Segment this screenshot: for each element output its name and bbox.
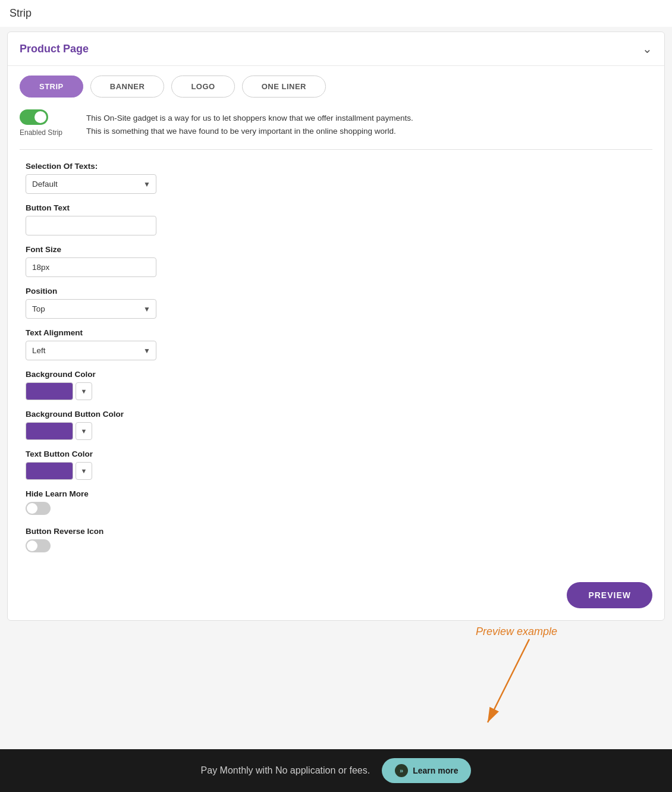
toggle-section: Enabled Strip [20,109,62,137]
font-size-group: Font Size [26,245,646,277]
tab-strip[interactable]: STRIP [20,76,83,98]
button-reverse-icon-group: Button Reverse Icon [26,527,646,555]
selection-of-texts-select[interactable]: Default Custom [26,174,156,194]
font-size-input[interactable] [26,257,156,277]
background-button-color-picker-row: ▼ [26,422,646,440]
text-button-color-swatch[interactable] [26,462,73,480]
text-button-color-picker-row: ▼ [26,462,646,480]
tab-banner[interactable]: BANNER [90,76,165,98]
toggle-desc-row: Enabled Strip This On-Site gadget is a w… [8,98,664,143]
button-text-input[interactable] [26,216,156,235]
selection-of-texts-wrapper: Default Custom ▼ [26,174,156,194]
background-color-picker-row: ▼ [26,382,646,400]
button-reverse-icon-toggle[interactable] [26,539,51,552]
background-color-group: Background Color ▼ [26,370,646,400]
page-title: Strip [0,0,672,27]
card-header: Product Page ⌄ [8,32,664,66]
form-section: Selection Of Texts: Default Custom ▼ But… [8,156,664,576]
page-wrapper: Strip Product Page ⌄ STRIP BANNER LOGO O… [0,0,672,792]
position-select[interactable]: Top Bottom [26,299,156,319]
position-wrapper: Top Bottom ▼ [26,299,156,319]
preview-btn-row: PREVIEW [8,576,664,620]
button-text-group: Button Text [26,203,646,235]
learn-more-label: Learn more [413,766,458,775]
text-alignment-select[interactable]: Left Center Right [26,341,156,360]
button-text-label: Button Text [26,203,646,212]
background-color-swatch[interactable] [26,382,73,400]
background-button-color-group: Background Button Color ▼ [26,410,646,440]
text-button-color-label: Text Button Color [26,450,646,458]
text-button-color-group: Text Button Color ▼ [26,450,646,480]
enabled-strip-label: Enabled Strip [20,128,62,137]
divider [20,149,652,150]
hide-learn-more-toggle[interactable] [26,502,51,515]
selection-of-texts-group: Selection Of Texts: Default Custom ▼ [26,162,646,194]
background-button-color-swatch[interactable] [26,422,73,440]
button-reverse-icon-label: Button Reverse Icon [26,527,646,536]
font-size-label: Font Size [26,245,646,254]
chevron-down-icon[interactable]: ⌄ [642,42,652,56]
strip-preview-bar: Pay Monthly with No application or fees.… [0,749,672,792]
text-button-color-dropdown-btn[interactable]: ▼ [76,462,92,480]
preview-button[interactable]: PREVIEW [567,582,652,608]
text-alignment-wrapper: Left Center Right ▼ [26,341,156,360]
hide-learn-more-group: Hide Learn More [26,489,646,517]
position-label: Position [26,287,646,296]
text-alignment-label: Text Alignment [26,328,646,337]
selection-of-texts-label: Selection Of Texts: [26,162,646,171]
enabled-strip-toggle[interactable] [20,109,48,125]
tab-logo[interactable]: LOGO [171,76,234,98]
background-color-label: Background Color [26,370,646,379]
card-header-title: Product Page [20,43,89,55]
position-group: Position Top Bottom ▼ [26,287,646,319]
learn-more-icon: » [395,764,408,777]
strip-preview-text: Pay Monthly with No application or fees. [201,765,370,776]
background-button-color-label: Background Button Color [26,410,646,419]
tabs-row: STRIP BANNER LOGO ONE LINER [8,66,664,98]
main-card: Product Page ⌄ STRIP BANNER LOGO ONE LIN… [7,32,665,621]
background-button-color-dropdown-btn[interactable]: ▼ [76,422,92,440]
hide-learn-more-label: Hide Learn More [26,489,646,498]
tab-one-liner[interactable]: ONE LINER [242,76,326,98]
description-text: This On-Site gadget is a way for us to l… [86,109,419,137]
text-alignment-group: Text Alignment Left Center Right ▼ [26,328,646,360]
learn-more-button[interactable]: » Learn more [382,758,471,783]
background-color-dropdown-btn[interactable]: ▼ [76,382,92,400]
